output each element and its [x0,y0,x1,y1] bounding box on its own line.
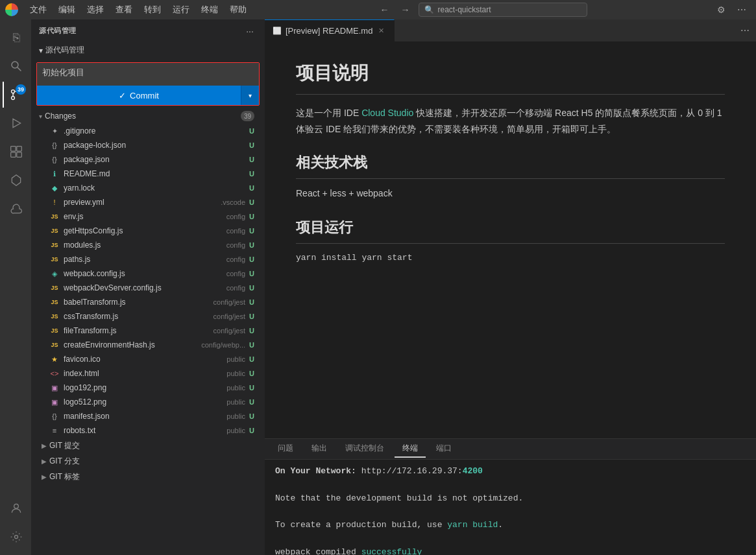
git-commits-label: GIT 提交 [49,440,80,451]
menu-help[interactable]: 帮助 [225,3,252,17]
file-path: config [226,284,245,292]
file-path: public [226,370,245,377]
file-name: webpack.config.js [64,269,220,278]
panel-tab-terminal[interactable]: 终端 [395,440,426,458]
file-status: U [249,341,254,349]
menu-run[interactable]: 运行 [167,3,195,17]
activity-explorer[interactable]: ⎘ [3,25,29,51]
file-row[interactable]: JS getHttpsConfig.js config U [36,224,260,238]
file-status: U [249,355,254,363]
search-placeholder: react-quickstart [438,5,491,14]
commit-dropdown-button[interactable]: ▾ [241,86,259,105]
file-name: README.md [64,169,245,178]
changes-section-header[interactable]: ▾ Changes 39 [36,108,260,124]
tab-bar-more-button[interactable]: ⋯ [733,19,756,42]
file-row[interactable]: ◆ yarn.lock U [36,181,260,195]
svg-rect-11 [11,152,16,158]
sidebar-more-button[interactable]: ··· [243,24,257,38]
git-commits-section[interactable]: ▶ GIT 提交 [36,438,260,453]
readme-h2-tech: 相关技术栈 [296,150,725,179]
menu-goto[interactable]: 转到 [139,3,166,17]
file-row[interactable]: ✦ .gitignore U [36,124,260,138]
file-row[interactable]: ≡ robots.txt public U [36,423,260,438]
commit-checkmark-icon: ✓ [119,91,126,100]
tab-readme-preview[interactable]: ⬜ [Preview] README.md ✕ [265,19,395,41]
terminal-success-text: successfully [361,547,422,555]
file-status: U [249,327,254,335]
file-row[interactable]: JS createEnvironmentHash.js config/webp.… [36,338,260,352]
file-name: fileTransform.js [64,326,207,335]
file-name: paths.js [64,255,220,264]
more-menu-button[interactable]: ⋯ [733,1,751,19]
activity-extensions[interactable] [3,139,29,165]
file-row[interactable]: JS fileTransform.js config/jest U [36,324,260,338]
readme-intro: 这是一个用 IDE Cloud Studio 快速搭建，并开发还原一个移动端 R… [296,105,725,137]
activity-debug[interactable] [3,110,29,136]
nav-forward-button[interactable]: → [398,2,413,18]
changes-count: 39 [241,111,254,121]
file-name: createEnvironmentHash.js [64,340,195,349]
file-row[interactable]: {} package-lock.json U [36,138,260,152]
panel-tab-problems[interactable]: 问题 [270,440,301,458]
file-row[interactable]: ★ favicon.ico public U [36,352,260,366]
file-status: U [249,427,254,434]
activity-settings[interactable] [3,524,29,550]
file-row[interactable]: JS env.js config U [36,209,260,224]
activity-deploy[interactable] [3,167,29,193]
babelTransform-icon: JS [49,299,60,305]
file-row[interactable]: {} package.json U [36,152,260,167]
settings-menu-button[interactable]: ⚙ [712,1,730,19]
menu-terminal[interactable]: 终端 [196,3,223,17]
file-row[interactable]: ℹ README.md U [36,167,260,181]
createEnvHash-icon: JS [49,342,60,348]
activity-search[interactable] [3,53,29,79]
webpack-config-icon: ◈ [49,270,60,278]
file-path: public [226,427,245,434]
file-row[interactable]: JS babelTransform.js config/jest U [36,295,260,309]
file-name: logo192.png [64,383,220,392]
commit-message-input[interactable] [37,63,259,84]
activity-cloud[interactable] [3,196,29,222]
file-row[interactable]: ▣ logo192.png public U [36,381,260,395]
file-path: .vscode [221,198,245,206]
file-row[interactable]: JS webpackDevServer.config.js config U [36,281,260,295]
file-row[interactable]: JS paths.js config U [36,252,260,266]
file-row[interactable]: ◈ webpack.config.js config U [36,266,260,281]
menu-file[interactable]: 文件 [25,3,52,17]
global-search-bar[interactable]: 🔍 react-quickstart [419,3,587,17]
panel-tab-debug[interactable]: 调试控制台 [337,440,392,458]
commit-button[interactable]: ✓ Commit [37,86,241,105]
menu-select[interactable]: 选择 [82,3,109,17]
git-branches-section[interactable]: ▶ GIT 分支 [36,453,260,469]
tab-preview-icon: ⬜ [273,27,282,35]
panel-tab-output[interactable]: 输出 [304,440,335,458]
file-row[interactable]: {} manifest.json public U [36,409,260,423]
menu-edit[interactable]: 编辑 [53,3,80,17]
terminal-content[interactable]: On Your Network: http://172.16.29.37:420… [265,460,756,555]
activity-scm[interactable]: 39 [3,82,29,108]
fileTransform-icon: JS [49,327,60,334]
file-row[interactable]: ! preview.yml .vscode U [36,195,260,209]
activity-account[interactable] [3,495,29,521]
sidebar-title: 源代码管理 [39,26,77,36]
panel-tab-ports[interactable]: 端口 [428,440,459,458]
file-path: config [226,241,245,249]
panel-area: 问题 输出 调试控制台 终端 端口 On Your Network: http:… [265,438,756,555]
nav-back-button[interactable]: ← [377,2,393,18]
file-row[interactable]: <> index.html public U [36,366,260,381]
terminal-line-note: Note that the development build is not o… [275,492,746,506]
menu-view[interactable]: 查看 [110,3,138,17]
scm-repo-header[interactable]: ▾ 源代码管理 [36,42,260,58]
file-row[interactable]: ▣ logo512.png public U [36,395,260,409]
file-row[interactable]: JS modules.js config U [36,238,260,252]
file-row[interactable]: JS cssTransform.js config/jest U [36,309,260,324]
git-tags-section[interactable]: ▶ GIT 标签 [36,469,260,484]
file-path: public [226,384,245,392]
file-name: robots.txt [64,426,220,435]
cloudstudio-link[interactable]: Cloud Studio [361,108,413,118]
git-commits-arrow: ▶ [42,442,47,449]
paths-js-icon: JS [49,256,60,263]
file-path: public [226,412,245,420]
tab-close-button[interactable]: ✕ [376,26,386,36]
svg-rect-9 [11,147,16,152]
